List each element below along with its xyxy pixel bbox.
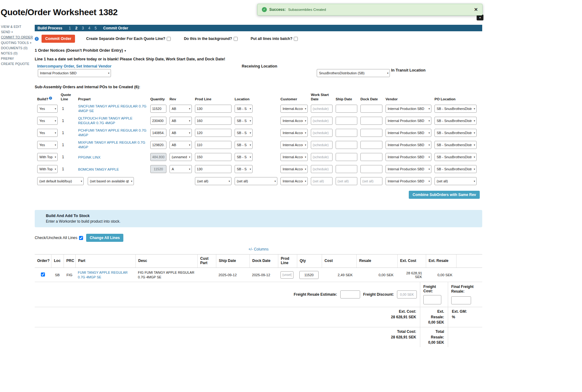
process-step[interactable]: 2 (75, 26, 77, 30)
location-select[interactable]: SB - S (235, 153, 253, 161)
info-icon[interactable]: i (35, 37, 39, 41)
build-select[interactable]: With Top (37, 153, 58, 161)
batch-checkbox[interactable] (294, 37, 298, 41)
freight-resale-estimate-input[interactable] (340, 290, 360, 298)
vendor-select[interactable]: Internal Production SBD (386, 141, 431, 149)
build-select[interactable]: With Top (37, 165, 58, 173)
po-location-select[interactable]: SB - SnusBrothersDistrib (434, 129, 477, 137)
set-all-customer-select[interactable]: Internal Accou (280, 177, 308, 185)
order-line-checkbox[interactable] (41, 272, 45, 277)
work-start-date-input[interactable] (311, 165, 333, 173)
prcpart-link[interactable]: SNCFUMI TANGY APPLE REGULAR 0.7G 4MGP SE (78, 104, 147, 113)
quantity-input[interactable] (150, 141, 166, 149)
quantity-input[interactable] (150, 105, 166, 113)
customer-select[interactable]: Internal Accou (280, 165, 308, 173)
toggle-columns-link[interactable]: +/- Columns (248, 247, 268, 251)
prcpart-link[interactable]: PCHFUMI TANGY APPLE REGULAR 0.7G 4MGP (78, 128, 147, 137)
set-all-po-location-select[interactable]: (set all) (434, 177, 477, 185)
work-start-date-input[interactable] (311, 117, 333, 125)
prcpart-link[interactable]: BOMCAN TANGY APPLE (78, 167, 119, 172)
location-select[interactable]: SB - S (235, 117, 253, 125)
work-start-date-input[interactable] (311, 153, 333, 161)
sidebar-item[interactable]: VIEW & EDIT (1, 24, 34, 29)
location-select[interactable]: SB - S (235, 165, 253, 173)
rev-select[interactable]: AB (170, 117, 192, 125)
build-select[interactable]: Yes (37, 141, 58, 149)
prcpart-link[interactable]: PPGINK LINX (78, 155, 100, 160)
prcpart-link[interactable]: QLTPOUCH FUMI TANGY APPLE REGULAR 0.7G 4… (78, 116, 147, 125)
rev-select[interactable]: (unnamed) (170, 153, 192, 161)
part-link[interactable]: FUMI TANGY APPLE REGULAR 0.7G 4MGP SE (78, 270, 133, 279)
po-location-select[interactable]: SB - SnusBrothersDistrib (434, 141, 477, 149)
po-location-select[interactable]: SB - SnusBrothersDistrib (434, 117, 477, 125)
combine-suborders-button[interactable]: Combine SubOrders with Same Rev (409, 191, 480, 199)
separate-order-checkbox[interactable] (167, 37, 171, 41)
process-step[interactable]: 3 (82, 26, 84, 30)
build-select[interactable]: Yes (37, 129, 58, 137)
dock-date-input[interactable] (360, 141, 382, 149)
set-all-prod-line-select[interactable]: (set all) (195, 177, 231, 185)
ship-date-input[interactable] (336, 153, 357, 161)
dock-date-input[interactable] (360, 117, 382, 125)
internal-vendor-select[interactable]: Internal Production SBD (38, 69, 111, 77)
quantity-input[interactable] (150, 165, 166, 173)
vendor-select[interactable]: Internal Production SBD (386, 105, 431, 113)
qty-input[interactable] (299, 271, 319, 279)
work-start-date-input[interactable] (311, 129, 333, 137)
intercompany-vendor-link[interactable]: Intercompany Order, Set Internal Vendor (37, 64, 112, 68)
vendor-select[interactable]: Internal Production SBD (386, 153, 431, 161)
ship-date-input[interactable] (336, 165, 357, 173)
set-all-work-start-input[interactable] (311, 177, 333, 185)
prod-line-input[interactable] (195, 141, 231, 149)
final-freight-resale-input[interactable] (451, 296, 471, 304)
sidebar-item[interactable]: CREATE PQUOTE (1, 61, 34, 67)
po-location-select[interactable]: SB - SnusBrothersDistrib (434, 165, 477, 173)
process-step[interactable]: 5 (95, 26, 97, 30)
dock-date-input[interactable] (360, 105, 382, 113)
sidebar-item[interactable]: COMMIT TO ORDER (1, 35, 34, 40)
commit-order-button[interactable]: Commit Order (42, 35, 75, 43)
prod-line-input[interactable] (280, 271, 293, 279)
work-start-date-input[interactable] (311, 141, 333, 149)
info-icon[interactable]: i (49, 97, 52, 100)
process-commit-order-tab[interactable]: Commit Order (103, 26, 128, 30)
location-select[interactable]: SB - S (235, 141, 253, 149)
rev-select[interactable]: A (170, 165, 192, 173)
dock-date-input[interactable] (360, 165, 382, 173)
po-location-select[interactable]: SB - SnusBrothersDistrib (434, 153, 477, 161)
customer-select[interactable]: Internal Accou (280, 105, 308, 113)
set-based-on-available-qty-select[interactable]: (set based on available qty) (88, 177, 134, 185)
customer-select[interactable]: Internal Accou (280, 117, 308, 125)
vendor-select[interactable]: Internal Production SBD (386, 129, 431, 137)
build-select[interactable]: Yes (37, 117, 58, 125)
ship-date-input[interactable] (336, 141, 357, 149)
rev-select[interactable]: AB (170, 105, 192, 113)
set-default-build-buy-select[interactable]: (set default build/buy) (37, 177, 84, 185)
ship-date-input[interactable] (336, 105, 357, 113)
location-select[interactable]: SB - S (235, 129, 253, 137)
background-checkbox[interactable] (234, 37, 238, 41)
check-uncheck-all-checkbox[interactable] (79, 236, 83, 240)
prcpart-link[interactable]: MIXFUMI TANGY APPLE REGULAR 0.7G 4MGP (78, 140, 147, 150)
quantity-input[interactable] (150, 153, 166, 161)
dock-date-input[interactable] (360, 153, 382, 161)
vendor-select[interactable]: Internal Production SBD (386, 117, 431, 125)
quantity-input[interactable] (150, 117, 166, 125)
work-start-date-input[interactable] (311, 105, 333, 113)
toast-close-icon[interactable]: ✕ (474, 7, 478, 12)
process-step[interactable]: 1 (69, 26, 71, 30)
sidebar-item[interactable]: SEND + (1, 29, 34, 35)
customer-select[interactable]: Internal Accou (280, 141, 308, 149)
prod-line-input[interactable] (195, 129, 231, 137)
receiving-location-select[interactable]: SnusBrothersDistribution (SB) (317, 69, 390, 77)
dock-date-input[interactable] (360, 129, 382, 137)
quantity-input[interactable] (150, 129, 166, 137)
prod-line-input[interactable] (195, 165, 231, 173)
sidebar-item[interactable]: PREPAY (1, 56, 34, 61)
customer-select[interactable]: Internal Accou (280, 153, 308, 161)
ship-date-input[interactable] (336, 117, 357, 125)
process-step[interactable]: 4 (88, 26, 90, 30)
sidebar-item[interactable]: DOCUMENTS (0) (1, 46, 34, 51)
sidebar-item[interactable]: NOTES (0) (1, 51, 34, 56)
po-location-select[interactable]: SB - SnusBrothersDistrib (434, 105, 477, 113)
